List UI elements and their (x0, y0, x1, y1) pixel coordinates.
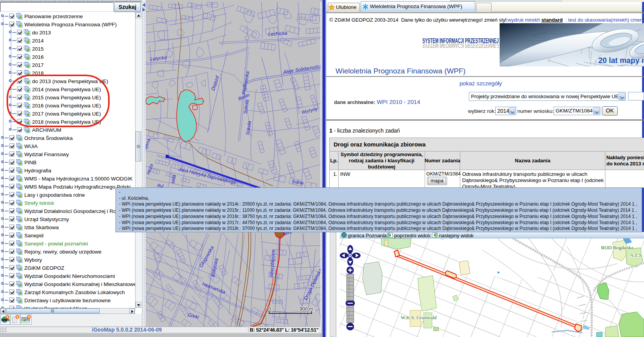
svg-text:0: 0 (268, 306, 271, 312)
svg-text:WMS: WMS (1, 318, 10, 322)
svg-text:Miła: Miła (170, 174, 177, 184)
svg-text:20 lat mapy numerycznej: 20 lat mapy numerycznej (598, 56, 644, 65)
svg-text:W.K.S. Grunwald: W.K.S. Grunwald (401, 315, 437, 320)
svg-text:A.Z.S.: A.Z.S. (630, 252, 643, 258)
svg-text:ROD Bogdanka: ROD Bogdanka (601, 245, 634, 250)
svg-text:900 m.: 900 m. (300, 306, 314, 312)
